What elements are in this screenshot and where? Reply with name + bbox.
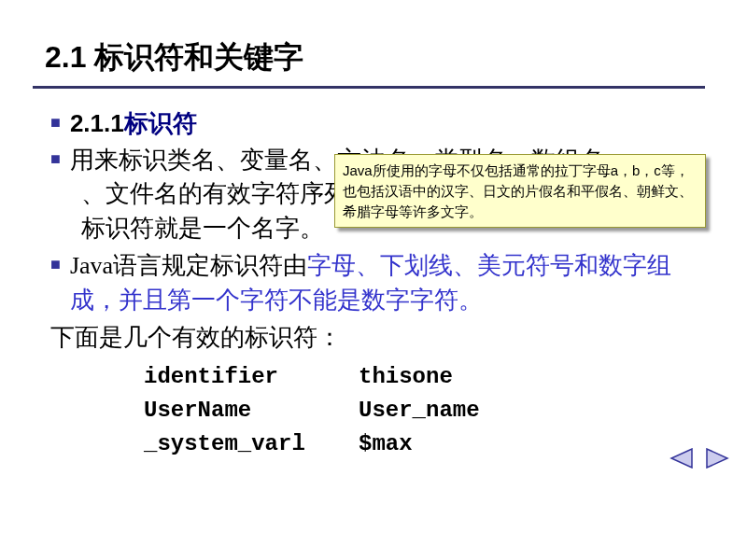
svg-marker-1 xyxy=(707,449,727,468)
examples-intro: 下面是几个有效的标识符： xyxy=(50,321,710,355)
next-button[interactable] xyxy=(706,448,730,469)
example-row: identifier thisone xyxy=(144,360,710,394)
slide: 2.1 标识符和关键字 ■ 2.1.1标识符 ■ 用来标识类名、变量名、方法名、… xyxy=(0,0,747,480)
nav-controls xyxy=(669,448,730,469)
example-row: UserName User_name xyxy=(144,394,710,427)
title-divider xyxy=(33,86,705,89)
subtitle-text: 标识符 xyxy=(124,109,197,137)
examples-block: identifier thisone UserName User_name _s… xyxy=(144,360,710,461)
triangle-left-icon xyxy=(669,448,693,469)
body-text-2: Java语言规定标识符由字母、下划线、美元符号和数字组成，并且第一个字符不能是数… xyxy=(70,249,710,317)
subtitle-row: ■ 2.1.1标识符 xyxy=(50,107,710,140)
example-cell: $max xyxy=(359,427,413,461)
text-frag: Java语言规定标识符由 xyxy=(70,252,307,279)
example-cell: User_name xyxy=(359,394,480,427)
example-cell: _system_varl xyxy=(144,427,359,461)
callout-note: Java所使用的字母不仅包括通常的拉丁字母a，b，c等，也包括汉语中的汉字、日文… xyxy=(334,154,706,228)
example-cell: thisone xyxy=(359,360,453,394)
bullet-2: ■ Java语言规定标识符由字母、下划线、美元符号和数字组成，并且第一个字符不能… xyxy=(50,249,710,317)
svg-marker-0 xyxy=(671,449,692,468)
bullet-icon: ■ xyxy=(50,255,61,274)
subtitle-number: 2.1.1 xyxy=(70,109,124,137)
slide-title: 2.1 标识符和关键字 xyxy=(37,37,710,78)
prev-button[interactable] xyxy=(669,448,693,469)
text-frag: 标识符就是一个名字。 xyxy=(70,215,324,242)
example-row: _system_varl $max xyxy=(144,427,710,461)
example-cell: UserName xyxy=(144,394,359,427)
bullet-icon: ■ xyxy=(50,113,61,133)
bullet-icon: ■ xyxy=(50,149,61,169)
subtitle: 2.1.1标识符 xyxy=(70,107,197,140)
example-cell: identifier xyxy=(144,360,359,394)
triangle-right-icon xyxy=(706,448,730,469)
